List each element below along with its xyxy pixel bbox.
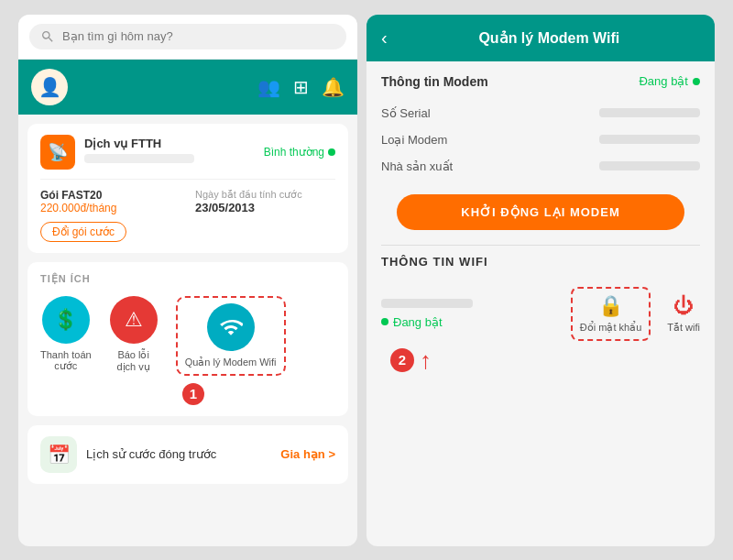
utility-modem-wifi[interactable]: Quản lý Modem Wifi — [176, 296, 286, 376]
report-label: Báo lỗidịch vụ — [117, 349, 150, 373]
utility-report[interactable]: ⚠ Báo lỗidịch vụ — [110, 296, 158, 376]
wifi-label: Quản lý Modem Wifi — [185, 357, 277, 368]
modem-status: Đang bật — [639, 74, 700, 88]
plan-name: Gói FAST20 — [40, 189, 181, 202]
manufacturer-value — [599, 161, 700, 170]
badge-2: 2 — [390, 348, 414, 372]
qr-icon[interactable]: ⊞ — [293, 76, 309, 98]
manufacturer-label: Nhà sản xuất — [381, 159, 453, 173]
service-row: 📡 Dịch vụ FTTH Bình thường — [40, 135, 335, 170]
service-card: 📡 Dịch vụ FTTH Bình thường Gói FAST20 22… — [27, 124, 348, 253]
history-link[interactable]: Gia hạn > — [280, 447, 335, 461]
history-label: Lịch sử cước đóng trước — [86, 447, 216, 461]
manufacturer-row: Nhà sản xuất — [381, 153, 700, 180]
header-bar: 👤 👥 ⊞ 🔔 — [18, 60, 357, 115]
search-bar — [18, 15, 357, 60]
restart-modem-button[interactable]: KHỞI ĐỘNG LẠI MODEM — [397, 194, 684, 230]
right-content: Thông tin Modem Đang bật Số Serial Loại … — [366, 61, 715, 546]
serial-label: Số Serial — [381, 106, 431, 120]
utilities-title: TIỆN ÍCH — [40, 273, 335, 285]
serial-row: Số Serial — [381, 100, 700, 126]
serial-value — [599, 108, 700, 117]
service-icon: 📡 — [40, 135, 75, 170]
users-icon[interactable]: 👥 — [257, 76, 280, 98]
right-panel: ‹ Quản lý Modem Wifi Thông tin Modem Đan… — [366, 15, 715, 546]
report-icon: ⚠ — [110, 296, 158, 344]
header-icons: 👥 ⊞ 🔔 — [257, 76, 345, 98]
badge-1: 1 — [182, 383, 204, 405]
service-name: Dịch vụ FTTH — [84, 137, 194, 150]
utilities-card: TIỆN ÍCH 💲 Thanh toáncước ⚠ Báo lỗidịch … — [27, 262, 348, 416]
wifi-actions: 🔒 Đổi mật khẩu ⏻ Tắt wifi — [571, 287, 700, 341]
wifi-status-label: Đang bật — [393, 315, 443, 329]
wifi-ssid — [381, 299, 473, 308]
payment-icon: 💲 — [42, 296, 90, 344]
avatar: 👤 — [31, 69, 68, 105]
plan-price: 220.000đ/tháng — [40, 202, 181, 214]
plan-row: Gói FAST20 220.000đ/tháng Đổi gói cước N… — [40, 179, 335, 242]
plan-info: Gói FAST20 220.000đ/tháng Đổi gói cước — [40, 189, 181, 242]
plan-date-label: Ngày bắt đầu tính cước — [195, 189, 335, 201]
power-icon: ⏻ — [673, 294, 694, 318]
left-panel: 👤 👥 ⊞ 🔔 📡 Dịch vụ FTTH Bình thường — [18, 15, 357, 546]
modem-status-label: Đang bật — [639, 74, 688, 88]
page-title: Quản lý Modem Wifi — [399, 29, 700, 47]
model-value — [599, 135, 700, 144]
service-status: Bình thường — [264, 146, 335, 159]
plan-date-info: Ngày bắt đầu tính cước 23/05/2013 — [195, 189, 335, 242]
model-label: Loại Modem — [381, 133, 447, 147]
history-card: 📅 Lịch sử cước đóng trước Gia hạn > — [27, 425, 348, 484]
account-number — [84, 154, 194, 163]
plan-date: 23/05/2013 — [195, 201, 335, 214]
history-icon: 📅 — [40, 436, 77, 473]
back-button[interactable]: ‹ — [381, 27, 388, 49]
search-input[interactable] — [62, 29, 335, 43]
wifi-status: Đang bật — [381, 315, 473, 329]
model-row: Loại Modem — [381, 126, 700, 153]
turn-off-label: Tắt wifi — [667, 322, 700, 334]
search-icon — [40, 29, 55, 44]
divider — [381, 245, 700, 246]
bell-icon[interactable]: 🔔 — [322, 76, 345, 98]
arrow-row: 2 ↑ — [381, 348, 700, 372]
wifi-info-row: Đang bật 🔒 Đổi mật khẩu ⏻ Tắt wifi — [381, 281, 700, 346]
change-plan-button[interactable]: Đổi gói cước — [40, 222, 126, 242]
wifi-section-title: THÔNG TIN WIFI — [381, 255, 700, 269]
wifi-status-dot — [381, 318, 388, 325]
modem-status-dot — [693, 78, 700, 85]
utilities-grid: 💲 Thanh toáncước ⚠ Báo lỗidịch vụ Quản l… — [40, 296, 335, 376]
modem-section-title: Thông tin Modem — [381, 74, 488, 89]
arrow-icon: ↑ — [420, 348, 432, 372]
wifi-icon — [207, 303, 255, 351]
search-wrap[interactable] — [29, 24, 346, 49]
utility-payment[interactable]: 💲 Thanh toáncước — [40, 296, 92, 376]
modem-section-header: Thông tin Modem Đang bật — [381, 74, 700, 89]
right-header: ‹ Quản lý Modem Wifi — [366, 15, 715, 61]
payment-label: Thanh toáncước — [40, 349, 92, 372]
change-password-label: Đổi mật khẩu — [580, 322, 641, 334]
turn-off-wifi-button[interactable]: ⏻ Tắt wifi — [667, 294, 700, 334]
change-password-button[interactable]: 🔒 Đổi mật khẩu — [571, 287, 651, 341]
status-dot — [328, 148, 335, 156]
lock-icon: 🔒 — [598, 294, 623, 318]
